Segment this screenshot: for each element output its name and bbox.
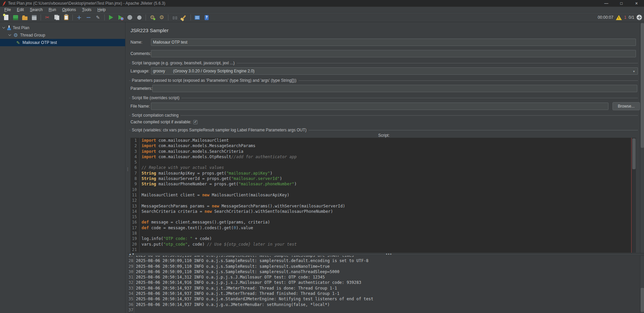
code-line: 8String mailosaurServerId = props.get("m… [130,176,636,181]
menu-item-run[interactable]: Run [46,7,59,12]
log-scrollbar[interactable] [640,256,644,313]
tree-item-test-plan[interactable]: Test Plan [0,24,125,32]
paste-icon [64,15,68,20]
menu-item-search[interactable]: Search [27,7,46,12]
toolbar-search-button[interactable] [170,13,179,21]
cache-compiled-label: Cache compiled script if available: [130,120,191,124]
toolbar: ✂+−✎⚙⚙ 00:00:07 1 0/1 [0,13,644,22]
maximize-button[interactable]: □ [614,0,629,7]
toggle-icon: ✎ [96,15,100,20]
menu-item-edit[interactable]: Edit [14,7,27,12]
log-line-number: 35 [128,296,134,302]
code-line: 1import com.mailosaur.MailosaurClient [130,138,636,143]
log-line-number: 30 [128,269,134,274]
expand-all-icon: + [76,14,82,20]
minimize-button[interactable]: — [599,0,614,7]
toolbar-copy-button[interactable] [52,13,61,21]
gear-icon: ⚙ [13,33,18,38]
log-scrollbar-thumb[interactable] [641,288,644,312]
toolbar-function-helper-button[interactable] [193,13,202,21]
tree-item-thread-group[interactable]: ⚙Thread Group [0,32,125,39]
line-number: 18 [130,231,140,236]
toolbar-cut-button[interactable]: ✂ [43,13,52,21]
start-no-pauses-icon [118,15,123,20]
toolbar-paste-button[interactable] [61,13,71,21]
error-count: 1 [624,15,627,20]
log-line: 322025-08-06 20:50:14,916 INFO o.a.j.p.j… [128,280,640,285]
toolbar-remote-start-all-button[interactable]: ⚙ [148,13,157,21]
log-line-text: 2025-08-06 20:50:09,110 INFO o.a.j.s.Sam… [136,269,339,274]
file-name-input[interactable] [151,103,608,110]
line-number: 20 [130,242,140,247]
splitter-expand-icons[interactable]: ▲▼ [129,253,135,256]
toolbar-separator [168,14,168,20]
code-line: 15 [130,214,636,220]
code-line: 14SearchCriteria criteria = new SearchCr… [130,209,636,214]
sampler-config-panel: JSR223 Sampler Name: Comments: Script la… [128,22,640,253]
close-button[interactable]: × [629,0,644,7]
toolbar-separator [146,14,146,20]
line-number: 11 [130,192,140,198]
menu-item-help[interactable]: Help [95,7,109,12]
toolbar-search-reset-button[interactable] [179,13,189,21]
code-line: 20vars.put("otp_code", code) // Use ${ot… [130,242,636,247]
name-input[interactable] [151,39,636,46]
language-engine-detail: (Groovy 3.0.20 / Groovy Scripting Engine… [173,69,255,73]
menu-item-tools[interactable]: Tools [79,7,95,12]
browse-button[interactable]: Browse... [612,102,640,110]
toolbar-save-button[interactable] [30,13,39,21]
main-scrollbar-thumb[interactable] [641,23,644,148]
code-line: 6// Replace with your actual values [130,165,636,170]
comments-input[interactable] [151,50,636,57]
save-icon [32,15,37,20]
parameters-input[interactable] [152,85,637,92]
tree-item-mailosaur-otp-test[interactable]: ✎Mailosaur OTP test [0,39,125,46]
toolbar-new-button[interactable] [1,13,11,21]
language-value: groovy [153,69,165,73]
cache-compiled-checkbox[interactable] [193,120,198,124]
log-warning-icon[interactable] [616,15,622,20]
log-line-number: 27 [128,256,134,258]
code-line: 12 [130,198,636,203]
toolbar-start-button[interactable] [106,13,116,21]
flask-icon [7,25,11,30]
code-line: 21 [130,247,636,252]
code-line: 16def message = client.messages().get(pa… [130,220,636,225]
menu-item-file[interactable]: File [1,7,14,12]
toolbar-collapse-all-button[interactable]: − [84,13,93,21]
editor-scrollbar-thumb[interactable] [632,138,636,169]
toolbar-remote-stop-all-button[interactable]: ⚙ [157,13,166,21]
log-line: 272025-08-06 20:50:09,110 INFO o.a.j.s.S… [128,256,640,258]
toolbar-shutdown-button[interactable] [135,13,144,21]
line-number: 7 [130,171,140,176]
language-select[interactable]: groovy (Groovy 3.0.20 / Groovy Scripting… [151,67,638,75]
code-line: 4import com.mailosaur.models.OtpResult//… [130,154,636,160]
line-number: 14 [130,209,140,214]
toolbar-expand-all-button[interactable]: + [74,13,84,21]
log-line-number: 34 [128,291,134,296]
log-line-number: 29 [128,264,134,269]
toolbar-templates-button[interactable] [11,13,20,21]
log-viewer[interactable]: 272025-08-06 20:50:09,110 INFO o.a.j.s.S… [128,256,640,313]
editor-scrollbar[interactable] [632,138,636,253]
code-line: 7String mailosaurApiKey = props.get("mai… [130,171,636,176]
main-panel-scrollbar[interactable] [640,22,644,253]
menu-item-options[interactable]: Options [59,7,79,12]
chevron-down-icon[interactable] [8,33,11,36]
elapsed-timer: 00:00:07 [598,15,613,20]
function-helper-icon [195,15,200,20]
toolbar-start-no-pauses-button[interactable] [116,13,125,21]
chevron-down-icon[interactable] [2,26,5,28]
code-line: 18 [130,231,636,236]
help-icon [205,15,209,20]
toolbar-help-button[interactable] [202,13,211,21]
tree-splitter[interactable]: ⋮ [125,22,128,313]
log-splitter[interactable]: ▲▼ ••• [128,253,644,256]
log-line: 362025-08-06 20:50:14,937 INFO o.a.j.g.u… [128,302,640,307]
editor-margin-line [631,138,632,253]
script-editor[interactable]: 1import com.mailosaur.MailosaurClient2im… [130,138,636,253]
toolbar-open-button[interactable] [20,13,30,21]
toolbar-toggle-button[interactable]: ✎ [93,13,103,21]
toolbar-stop-button[interactable] [125,13,135,21]
test-plan-tree[interactable]: Test Plan⚙Thread Group✎Mailosaur OTP tes… [0,22,125,313]
